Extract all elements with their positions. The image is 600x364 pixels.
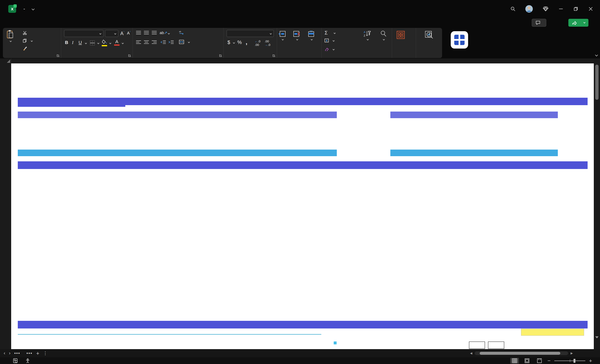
banner-monthly-runrate: [380, 321, 588, 328]
clear-button[interactable]: [325, 47, 334, 51]
fill-bucket-icon: [102, 39, 107, 44]
cut-button[interactable]: [23, 31, 28, 35]
gem-icon[interactable]: [541, 5, 550, 13]
file-title[interactable]: -: [21, 6, 34, 12]
increase-decimal-button[interactable]: ←.0.00: [255, 39, 261, 46]
chart-legend: [339, 182, 405, 306]
fill-color-menu[interactable]: [109, 42, 112, 44]
prev-sheet-button[interactable]: ‹: [4, 351, 5, 356]
zoom-slider-knob[interactable]: [573, 359, 575, 363]
paste-button[interactable]: [7, 30, 14, 42]
more-sheets-button[interactable]: •••: [27, 351, 32, 356]
vertical-scrollbar-thumb[interactable]: [595, 65, 599, 100]
autosum-button[interactable]: Σ: [325, 30, 335, 36]
comma-style-button[interactable]: ,: [246, 39, 247, 46]
year-select-cell[interactable]: [521, 329, 584, 336]
scroll-left-button[interactable]: ◄: [468, 351, 475, 355]
font-group: Aˆ Aˇ B I U A: [61, 28, 133, 58]
page-layout-view-button[interactable]: [523, 358, 531, 364]
increase-indent-icon[interactable]: [168, 40, 174, 45]
minimize-button[interactable]: [557, 5, 565, 13]
runrate-chart-cell: [469, 341, 485, 349]
new-sheet-button[interactable]: +: [36, 350, 39, 356]
row-headers[interactable]: [0, 64, 11, 349]
borders-menu[interactable]: [97, 42, 99, 44]
collapse-ribbon-button[interactable]: [592, 54, 597, 57]
align-bottom-icon[interactable]: [151, 30, 157, 35]
restore-button[interactable]: [572, 5, 580, 13]
scroll-down-button[interactable]: [594, 333, 600, 341]
comments-button[interactable]: [532, 19, 546, 27]
zoom-in-button[interactable]: +: [589, 358, 592, 364]
merge-center-button[interactable]: [179, 40, 190, 44]
next-sheet-button[interactable]: ›: [9, 351, 10, 356]
zoom-out-button[interactable]: −: [547, 358, 551, 364]
currency-menu[interactable]: [233, 42, 235, 44]
accessibility-status[interactable]: [26, 358, 32, 363]
underline-button[interactable]: U: [79, 40, 82, 45]
horizontal-scrollbar[interactable]: ◄ ►: [468, 351, 575, 356]
svg-text:Z: Z: [364, 34, 365, 37]
select-all-corner[interactable]: [0, 58, 11, 64]
column-headers[interactable]: [0, 58, 594, 64]
number-format-select[interactable]: [227, 30, 274, 37]
font-dialog-launcher[interactable]: [128, 54, 131, 57]
align-top-icon[interactable]: [136, 30, 141, 35]
underline-menu[interactable]: [85, 42, 87, 44]
addins-button[interactable]: [397, 31, 405, 40]
align-left-icon[interactable]: [136, 40, 141, 45]
font-family-select[interactable]: [64, 30, 103, 37]
page-break-view-button[interactable]: [535, 358, 544, 364]
percent-button[interactable]: %: [237, 39, 242, 45]
macro-record-icon[interactable]: [13, 358, 18, 363]
tab-list-menu[interactable]: •••: [14, 351, 20, 356]
chevron-down-icon[interactable]: [32, 8, 35, 10]
magnifier-icon: [380, 30, 386, 37]
italic-button[interactable]: I: [72, 40, 73, 45]
share-icon: [572, 21, 577, 25]
align-right-icon[interactable]: [151, 40, 157, 45]
copy-button[interactable]: [23, 39, 32, 43]
bold-button[interactable]: B: [65, 40, 68, 45]
fill-button[interactable]: [325, 39, 334, 42]
close-button[interactable]: [586, 5, 595, 13]
decrease-indent-icon[interactable]: [160, 40, 166, 45]
share-button[interactable]: [568, 19, 588, 27]
wrap-text-button[interactable]: ab: [179, 30, 186, 35]
sheet-options-button[interactable]: ⋮: [43, 351, 47, 356]
analyze-data-button[interactable]: [420, 31, 439, 40]
sheet-canvas[interactable]: [11, 64, 594, 349]
delete-cells-icon: [293, 31, 300, 37]
shrink-font-button[interactable]: Aˇ: [127, 31, 131, 36]
alignment-dialog-launcher[interactable]: [219, 54, 222, 57]
svg-text:A: A: [364, 31, 366, 34]
grow-font-button[interactable]: Aˆ: [120, 31, 124, 36]
decrease-decimal-button[interactable]: .00→.0: [265, 39, 271, 46]
orientation-button[interactable]: ab↗: [159, 30, 169, 35]
zoom-slider[interactable]: [554, 361, 585, 361]
align-middle-icon[interactable]: [143, 30, 149, 35]
font-color-button[interactable]: A: [114, 39, 120, 46]
font-color-menu[interactable]: [122, 42, 124, 44]
fill-color-button[interactable]: [102, 39, 107, 46]
font-size-select[interactable]: [105, 30, 118, 37]
borders-icon[interactable]: [90, 40, 95, 46]
format-painter-button[interactable]: [23, 46, 28, 51]
horizontal-scrollbar-thumb[interactable]: [480, 352, 560, 355]
currency-button[interactable]: $: [227, 39, 230, 45]
find-select-button[interactable]: [376, 30, 391, 40]
align-center-icon[interactable]: [143, 40, 149, 45]
avatar[interactable]: [525, 5, 534, 13]
format-cells-button[interactable]: [308, 31, 315, 40]
vertical-scrollbar[interactable]: [594, 58, 600, 349]
number-dialog-launcher[interactable]: [273, 54, 275, 57]
banner-revenue-depth: [18, 321, 380, 328]
search-icon[interactable]: [509, 5, 517, 13]
clipboard-dialog-launcher[interactable]: [57, 54, 59, 57]
sigma-icon: Σ: [325, 30, 328, 36]
delete-cells-button[interactable]: [293, 31, 300, 40]
insert-cells-button[interactable]: [279, 31, 286, 40]
sort-filter-button[interactable]: AZ: [359, 30, 375, 40]
normal-view-button[interactable]: [510, 358, 519, 364]
scroll-right-button[interactable]: ►: [568, 351, 575, 355]
